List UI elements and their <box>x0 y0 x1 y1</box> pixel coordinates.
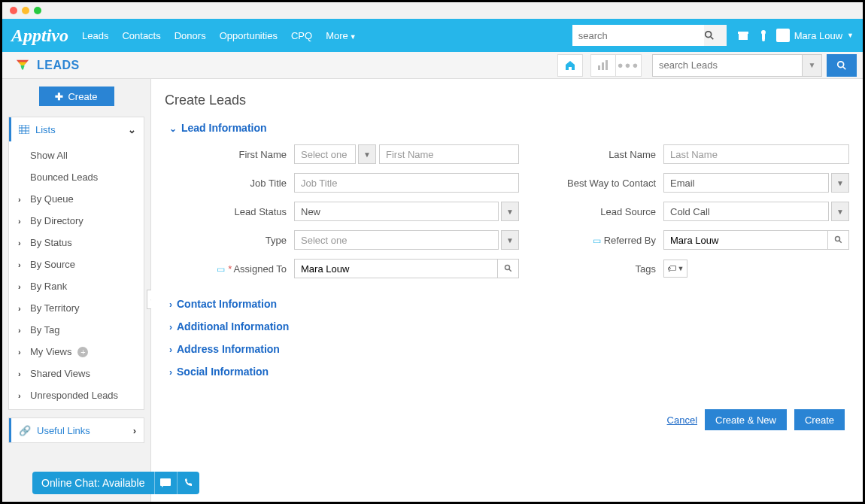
top-nav: Apptivo Leads Contacts Donors Opportunit… <box>2 19 863 52</box>
useful-links-panel: 🔗 Useful Links › <box>8 417 144 443</box>
type-dropdown-button[interactable]: ▼ <box>501 230 519 250</box>
sidebar-item-my-views[interactable]: ›My Views+ <box>9 341 144 363</box>
svg-point-0 <box>706 32 712 38</box>
row-assigned-to: ▭*Assigned To <box>165 259 519 278</box>
sidebar-item-shared-views[interactable]: ›Shared Views <box>9 363 144 384</box>
search-icon <box>836 60 847 71</box>
sidebar-item-by-queue[interactable]: ›By Queue <box>9 188 144 210</box>
label-last-name: Last Name <box>534 149 663 160</box>
create-and-new-button[interactable]: Create & New <box>705 409 787 430</box>
section-lead-information[interactable]: ⌄Lead Information <box>169 122 849 134</box>
sidebar: ✚ Create Lists ⌄ Show All Bounced Leads … <box>2 79 151 502</box>
chat-phone-icon[interactable] <box>177 472 199 494</box>
window-zoom-icon[interactable] <box>34 7 41 14</box>
label-tags: Tags <box>534 263 663 275</box>
tags-button[interactable]: 🏷▼ <box>663 260 687 278</box>
row-job-title: Job Title <box>165 173 519 193</box>
sidebar-item-show-all[interactable]: Show All <box>9 144 144 166</box>
chat-status-text: Online Chat: Available <box>32 477 154 489</box>
module-search-input[interactable] <box>652 54 803 77</box>
salutation-select[interactable]: Select one <box>294 144 356 164</box>
create-button[interactable]: ✚ Create <box>39 87 114 106</box>
chevron-right-icon: › <box>169 367 172 378</box>
user-menu[interactable]: Mara Louw ▼ <box>776 29 854 42</box>
notifications-icon[interactable] <box>758 29 769 41</box>
chevron-down-icon: ⌄ <box>169 123 177 134</box>
sidebar-item-unresponded-leads[interactable]: ›Unresponded Leads <box>9 384 144 406</box>
svg-point-10 <box>838 61 844 67</box>
nav-contacts[interactable]: Contacts <box>122 30 160 41</box>
lead-status-select[interactable]: New <box>294 202 499 221</box>
module-search-button[interactable] <box>827 54 857 77</box>
lead-status-dropdown-button[interactable]: ▼ <box>501 202 519 221</box>
nav-cpq[interactable]: CPQ <box>291 30 312 41</box>
sidebar-item-by-tag[interactable]: ›By Tag <box>9 319 144 341</box>
global-search-input[interactable] <box>572 25 704 46</box>
chevron-right-icon: › <box>18 326 26 335</box>
last-name-input[interactable] <box>663 144 849 164</box>
sidebar-item-by-territory[interactable]: ›By Territory <box>9 297 144 319</box>
ellipsis-icon: ●●● <box>618 59 640 71</box>
assigned-to-input[interactable] <box>294 259 498 278</box>
module-search-dropdown[interactable]: ▼ <box>803 54 822 77</box>
label-first-name: First Name <box>165 149 294 160</box>
job-title-input[interactable] <box>294 173 519 193</box>
chevron-right-icon: › <box>18 195 26 204</box>
create-submit-button[interactable]: Create <box>794 409 845 430</box>
useful-links-header[interactable]: 🔗 Useful Links › <box>9 418 144 442</box>
svg-rect-5 <box>762 34 765 39</box>
row-last-name: Last Name <box>534 144 849 164</box>
lists-panel-header[interactable]: Lists ⌄ <box>9 117 144 141</box>
sidebar-item-by-status[interactable]: ›By Status <box>9 232 144 254</box>
chat-bar[interactable]: Online Chat: Available <box>32 472 199 494</box>
chevron-down-icon: ▼ <box>678 265 684 272</box>
first-name-input[interactable] <box>379 144 519 164</box>
referred-by-lookup-button[interactable] <box>828 230 849 250</box>
cancel-link[interactable]: Cancel <box>667 414 697 426</box>
module-title: LEADS <box>37 59 80 72</box>
window-close-icon[interactable] <box>10 7 17 14</box>
store-icon[interactable] <box>737 29 749 41</box>
nav-leads[interactable]: Leads <box>82 30 108 41</box>
window-titlebar <box>2 2 863 19</box>
user-name: Mara Louw <box>794 30 842 41</box>
section-additional-information[interactable]: ›Additional Information <box>169 320 849 332</box>
sidebar-item-by-rank[interactable]: ›By Rank <box>9 275 144 297</box>
best-way-dropdown-button[interactable]: ▼ <box>831 173 849 193</box>
assigned-to-lookup-button[interactable] <box>498 259 519 278</box>
svg-line-18 <box>839 241 841 243</box>
nav-donors[interactable]: Donors <box>175 30 206 41</box>
type-select[interactable]: Select one <box>294 230 499 250</box>
chevron-down-icon: ▼ <box>363 150 371 159</box>
section-address-information[interactable]: ›Address Information <box>169 343 849 355</box>
add-view-icon[interactable]: + <box>77 347 88 357</box>
best-way-select[interactable]: Email <box>663 173 829 193</box>
row-first-name: First Name Select one ▼ <box>165 144 519 164</box>
sidebar-item-bounced-leads[interactable]: Bounced Leads <box>9 166 144 188</box>
window-minimize-icon[interactable] <box>22 7 29 14</box>
svg-rect-3 <box>738 32 748 34</box>
brand-logo[interactable]: Apptivo <box>11 26 68 46</box>
more-view-button[interactable]: ●●● <box>616 54 642 77</box>
salutation-dropdown-button[interactable]: ▼ <box>358 144 376 164</box>
sidebar-item-by-source[interactable]: ›By Source <box>9 254 144 275</box>
grid-icon <box>19 125 29 134</box>
lead-source-dropdown-button[interactable]: ▼ <box>831 202 849 221</box>
nav-more[interactable]: More▼ <box>326 30 357 41</box>
home-view-button[interactable] <box>557 54 583 77</box>
svg-point-6 <box>762 38 765 41</box>
chart-view-button[interactable] <box>590 54 616 77</box>
section-social-information[interactable]: ›Social Information <box>169 366 849 378</box>
lists-panel: Lists ⌄ Show All Bounced Leads ›By Queue… <box>8 117 144 410</box>
referred-by-input[interactable] <box>663 230 828 250</box>
global-search-button[interactable] <box>704 25 727 46</box>
chevron-right-icon: › <box>18 348 26 357</box>
avatar-icon <box>776 29 790 42</box>
svg-rect-8 <box>602 62 604 70</box>
lead-source-select[interactable]: Cold Call <box>663 202 829 221</box>
chat-message-icon[interactable] <box>154 472 177 494</box>
search-icon <box>704 30 715 41</box>
nav-opportunities[interactable]: Opportunities <box>220 30 278 41</box>
sidebar-item-by-directory[interactable]: ›By Directory <box>9 210 144 232</box>
section-contact-information[interactable]: ›Contact Information <box>169 298 849 310</box>
